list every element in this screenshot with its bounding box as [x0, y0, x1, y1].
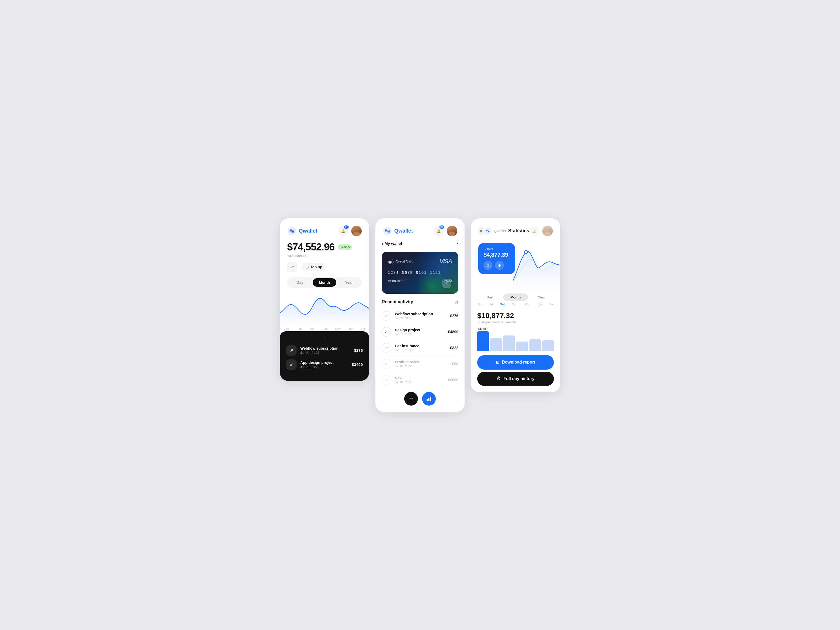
- recent-activity-title: Recent activity: [382, 299, 413, 305]
- filter-button[interactable]: ⊿: [455, 299, 458, 305]
- topup-button[interactable]: ⊞ Top up: [302, 263, 327, 271]
- transaction-info: App design project Jan 21, 04:22: [300, 360, 348, 369]
- history-action-button[interactable]: ⏱: [483, 261, 493, 270]
- back-navigation[interactable]: ‹ My wallet: [382, 241, 402, 246]
- logo-icon-3: [484, 227, 492, 235]
- nfc-icon: ◉): [388, 259, 394, 264]
- bar: [503, 335, 515, 351]
- row-amount: $322: [450, 346, 458, 350]
- tab-month[interactable]: Month: [313, 278, 336, 287]
- row-amount: $80: [452, 362, 458, 366]
- bar: [477, 331, 489, 351]
- screen1-header: Qwallet 🔔 9+: [280, 218, 369, 236]
- stats-tab-year[interactable]: Year: [529, 294, 554, 301]
- weekday-mon: Mon: [524, 303, 530, 306]
- list-item: ↙ App design project Jan 21, 04:22 $3400: [286, 359, 363, 370]
- card-num-4: 1121: [430, 270, 441, 275]
- card-num-3: 9101: [416, 270, 427, 275]
- logo-wrap-2: Qwallet: [383, 226, 413, 236]
- screen-3: ✕ Qwallet Statistics 🔔: [471, 218, 560, 392]
- svg-rect-5: [445, 282, 448, 284]
- transaction-info: Webflow subscription Jan 21, 21:36: [300, 346, 351, 355]
- logo-wrap-3: Qwallet Statistics: [484, 227, 529, 235]
- list-item: ↗ Webflow subscription Jan 21, 21:36 $27…: [380, 308, 460, 324]
- list-item: ↗ Webflow subscription Jan 21, 21:36 $27…: [286, 345, 363, 356]
- transaction-amount: $3400: [352, 362, 363, 367]
- row-name: New...: [395, 376, 444, 380]
- card-chip-icon: [442, 278, 452, 289]
- screen-2: Qwallet 🔔 9+ ‹ My wallet •: [375, 218, 465, 412]
- add-button[interactable]: +: [404, 392, 418, 406]
- current-amount: $4,877.39: [483, 251, 510, 258]
- logo-wrap: Qwallet: [287, 226, 317, 236]
- download-report-label: Download report: [502, 360, 535, 365]
- current-stats-card: Current $4,877.39 ⏱ ⊕: [478, 243, 515, 274]
- row-icon-down: ↙: [382, 327, 391, 336]
- row-amount: $276: [450, 314, 458, 318]
- bar: [542, 340, 554, 351]
- logo-text: Qwallet: [299, 228, 317, 234]
- row-icon-up: ↗: [382, 343, 391, 352]
- bar-chart: $13,587: [471, 327, 560, 351]
- stats-tab-day[interactable]: Day: [477, 294, 502, 301]
- chart-label-jun: Jun: [349, 327, 353, 330]
- row-date: Jan 16, 13:30: [395, 349, 447, 352]
- logo-text-2: Qwallet: [394, 228, 413, 234]
- close-button[interactable]: ✕: [478, 227, 484, 235]
- transaction-icon-up: ↗: [286, 345, 297, 356]
- transaction-amount: $276: [354, 348, 363, 352]
- row-info: Car insurance Jan 16, 13:30: [395, 344, 447, 352]
- send-button[interactable]: ↗: [287, 262, 297, 272]
- notification-badge: 9+: [344, 226, 349, 229]
- chart-button[interactable]: [422, 392, 436, 406]
- recent-activity-header: Recent activity ⊿: [375, 294, 465, 308]
- weekday-sat: Sat: [501, 303, 505, 306]
- svg-rect-8: [430, 396, 431, 401]
- credit-card: ◉) Credit Card VISA 1234 5678 9101 1121 …: [382, 252, 458, 294]
- tab-year[interactable]: Year: [337, 278, 361, 287]
- weekday-labels: Thu Fri Sat Sun Mon Tue We: [471, 301, 560, 307]
- current-action-buttons: ⏱ ⊕: [483, 261, 510, 270]
- stats-tab-month[interactable]: Month: [503, 294, 528, 301]
- card-top: ◉) Credit Card VISA: [388, 258, 452, 265]
- stats-chart-area: Current $4,877.39 ⏱ ⊕: [471, 239, 560, 291]
- card-chip-area: ◉) Credit Card: [388, 259, 413, 264]
- weekday-tue: Tue: [537, 303, 542, 306]
- back-label: My wallet: [385, 241, 402, 246]
- avatar-3: [542, 226, 553, 236]
- full-history-button[interactable]: ⏱ Full day history: [477, 372, 554, 386]
- fab-area: +: [375, 388, 465, 412]
- chart-label-jan: Jan: [284, 327, 289, 330]
- notification-button-2[interactable]: 🔔 9+: [434, 226, 444, 236]
- tab-day[interactable]: Day: [288, 278, 312, 287]
- chart-label-mar: Mar: [310, 327, 315, 330]
- logo-icon-2: [383, 226, 392, 236]
- notification-button[interactable]: 🔔 9+: [338, 226, 348, 236]
- row-name: Webflow subscription: [395, 312, 447, 316]
- card-holder-name: Anna martin: [388, 279, 406, 283]
- back-arrow-icon: ‹: [382, 241, 383, 246]
- notification-button-3[interactable]: 🔔: [529, 226, 539, 236]
- transaction-name: App design project: [300, 360, 348, 365]
- topup-label: Top up: [310, 265, 322, 269]
- row-info: New... Jan 01, 13:28: [395, 376, 444, 384]
- bar-item: [542, 327, 554, 351]
- share-action-button[interactable]: ⊕: [495, 261, 504, 270]
- visa-logo: VISA: [440, 258, 452, 265]
- total-label: Total spent for this 6 months: [477, 321, 554, 324]
- row-date: Jan 01, 13:28: [395, 381, 444, 384]
- bar: [529, 339, 541, 351]
- dot-menu[interactable]: •: [456, 240, 458, 246]
- svg-rect-6: [426, 399, 428, 401]
- row-date: Jan 21, 21:36: [395, 317, 447, 320]
- avatar-2: [447, 226, 457, 236]
- download-report-button[interactable]: ⊡ Download report: [477, 355, 554, 369]
- chart-label-apr: Apr: [323, 327, 327, 330]
- balance-value: $74,552.96: [287, 242, 335, 253]
- row-info: Webflow subscription Jan 21, 21:36: [395, 312, 447, 320]
- list-item: ↙ Product sales Jan 02, 23:58 $80: [380, 356, 460, 372]
- balance-label: Total balance: [287, 254, 362, 258]
- menu-icon: ≡: [286, 335, 363, 341]
- chart-area: [280, 292, 369, 326]
- logo-icon: [287, 226, 297, 236]
